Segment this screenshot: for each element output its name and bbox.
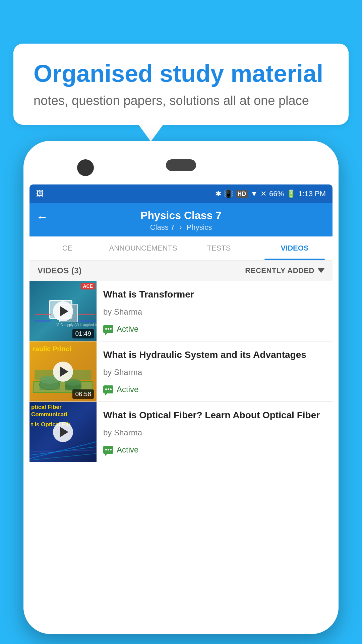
- video-item-1[interactable]: ACE If A.C supply (V) is applied to the …: [29, 281, 333, 341]
- svg-text:If A.C supply (V) is applied t: If A.C supply (V) is applied to the prim…: [55, 323, 97, 327]
- sort-button[interactable]: RECENTLY ADDED: [245, 266, 324, 275]
- video-title-3: What is Optical Fiber? Learn About Optic…: [103, 409, 326, 421]
- app-header: ← Physics Class 7 Class 7 › Physics: [29, 203, 333, 236]
- speech-bubble-title: Organised study material: [34, 60, 328, 87]
- video-status-3: Active: [103, 445, 326, 454]
- signal-icon: 📳: [224, 190, 233, 198]
- svg-line-14: [29, 453, 97, 460]
- bluetooth-icon: ✱: [215, 190, 221, 198]
- video-item-2[interactable]: raulic Princi 06:58: [29, 341, 333, 402]
- phone-home-button: [166, 159, 196, 171]
- phone-camera: [77, 159, 94, 176]
- active-label-3: Active: [117, 445, 138, 454]
- back-button[interactable]: ←: [36, 210, 48, 224]
- speech-bubble-subtitle: notes, question papers, solutions all at…: [34, 94, 328, 108]
- play-button-1[interactable]: [53, 301, 73, 321]
- video-author-2: by Sharma: [103, 368, 326, 377]
- thumbnail-2: raulic Princi 06:58: [29, 341, 97, 401]
- thumbnail-label: ACE: [81, 283, 95, 289]
- active-label-2: Active: [117, 385, 138, 394]
- breadcrumb-class: Class 7: [150, 223, 175, 231]
- sort-label: RECENTLY ADDED: [245, 266, 314, 275]
- header-breadcrumb: Class 7 › Physics: [150, 223, 212, 232]
- list-header: VIDEOS (3) RECENTLY ADDED: [29, 261, 333, 281]
- tab-tests[interactable]: TESTS: [181, 236, 257, 260]
- breadcrumb-subject: Physics: [187, 223, 212, 231]
- header-title: Physics Class 7: [140, 209, 222, 222]
- video-status-1: Active: [103, 324, 326, 334]
- video-item-3[interactable]: ptical Fiber Communicati t is Optical Fi…: [29, 402, 333, 462]
- tab-announcements[interactable]: ANNOUNCEMENTS: [105, 236, 181, 260]
- play-icon-1: [60, 306, 68, 317]
- phone-screen: 🖼 ✱ 📳 HD ▼ ✕ 66% 🔋 1:13 PM ← Physics Cla…: [29, 184, 333, 628]
- hd-badge: HD: [236, 190, 248, 198]
- play-icon-3: [60, 427, 68, 437]
- status-bar-left: 🖼: [36, 190, 44, 198]
- video-info-2: What is Hydraulic System and its Advanta…: [97, 341, 333, 401]
- breadcrumb-separator: ›: [179, 223, 182, 231]
- video-info-1: What is Transformer by Sharma Active: [97, 281, 333, 341]
- clock: 1:13 PM: [298, 190, 326, 198]
- tab-ce[interactable]: CE: [29, 236, 105, 260]
- thumbnail-3: ptical Fiber Communicati t is Optical Fi…: [29, 402, 97, 462]
- video-title-2: What is Hydraulic System and its Advanta…: [103, 349, 326, 361]
- status-bar-right: ✱ 📳 HD ▼ ✕ 66% 🔋 1:13 PM: [215, 190, 326, 198]
- play-button-2[interactable]: [53, 362, 73, 382]
- video-duration-1: 01:49: [72, 329, 94, 338]
- chat-icon-2: [103, 385, 113, 393]
- data-icon: ✕: [260, 190, 266, 198]
- video-author-1: by Sharma: [103, 307, 326, 317]
- battery-icon: 🔋: [287, 190, 296, 198]
- video-status-2: Active: [103, 385, 326, 394]
- thumbnail-text-2: raulic Princi: [33, 345, 93, 353]
- battery-percent: 66%: [269, 190, 284, 198]
- chat-icon-1: [103, 325, 113, 333]
- chevron-down-icon: [318, 268, 324, 273]
- tab-videos[interactable]: VIDEOS: [257, 236, 333, 260]
- active-label-1: Active: [117, 324, 138, 334]
- svg-line-11: [29, 442, 97, 459]
- speech-bubble: Organised study material notes, question…: [13, 44, 349, 125]
- chat-icon-3: [103, 446, 113, 454]
- status-bar: 🖼 ✱ 📳 HD ▼ ✕ 66% 🔋 1:13 PM: [29, 184, 333, 203]
- video-duration-2: 06:58: [72, 389, 94, 399]
- phone-frame: 🖼 ✱ 📳 HD ▼ ✕ 66% 🔋 1:13 PM ← Physics Cla…: [23, 141, 339, 634]
- video-info-3: What is Optical Fiber? Learn About Optic…: [97, 402, 333, 462]
- fiber-text1: ptical Fiber Communicati: [31, 404, 95, 418]
- thumbnail-1: ACE If A.C supply (V) is applied to the …: [29, 281, 97, 341]
- phone-inner: 🖼 ✱ 📳 HD ▼ ✕ 66% 🔋 1:13 PM ← Physics Cla…: [23, 141, 339, 634]
- tabs-bar: CE ANNOUNCEMENTS TESTS VIDEOS: [29, 236, 333, 261]
- video-author-3: by Sharma: [103, 428, 326, 437]
- wifi-icon: ▼: [250, 190, 258, 198]
- videos-count: VIDEOS (3): [38, 266, 82, 275]
- play-button-3[interactable]: [53, 422, 73, 442]
- play-icon-2: [60, 366, 68, 377]
- app-icon: 🖼: [36, 190, 44, 198]
- video-title-1: What is Transformer: [103, 288, 326, 301]
